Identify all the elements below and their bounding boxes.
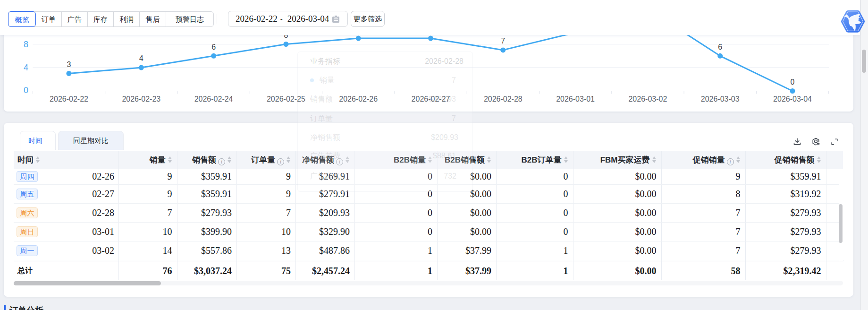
svg-text:2026-02-25: 2026-02-25 xyxy=(267,95,305,103)
svg-text:4: 4 xyxy=(139,54,143,62)
svg-text:0: 0 xyxy=(24,86,28,95)
svg-text:8: 8 xyxy=(284,35,288,39)
svg-text:8: 8 xyxy=(24,40,28,49)
svg-text:3: 3 xyxy=(67,60,71,69)
svg-text:2026-03-03: 2026-03-03 xyxy=(701,95,740,103)
svg-text:2026-02-27: 2026-02-27 xyxy=(412,95,450,103)
svg-text:6: 6 xyxy=(211,43,216,51)
svg-text:2026-02-26: 2026-02-26 xyxy=(339,95,378,103)
svg-text:2026-02-24: 2026-02-24 xyxy=(194,95,233,103)
svg-text:2026-02-23: 2026-02-23 xyxy=(122,95,160,103)
svg-text:2026-03-01: 2026-03-01 xyxy=(556,95,595,103)
svg-text:2026-03-02: 2026-03-02 xyxy=(628,95,667,103)
svg-text:2026-02-28: 2026-02-28 xyxy=(484,95,522,103)
svg-text:0: 0 xyxy=(791,78,795,86)
svg-text:6: 6 xyxy=(718,43,722,51)
svg-text:4: 4 xyxy=(24,63,28,72)
svg-text:2026-02-22: 2026-02-22 xyxy=(50,95,88,103)
svg-text:7: 7 xyxy=(501,37,505,45)
svg-text:2026-03-04: 2026-03-04 xyxy=(773,95,812,103)
